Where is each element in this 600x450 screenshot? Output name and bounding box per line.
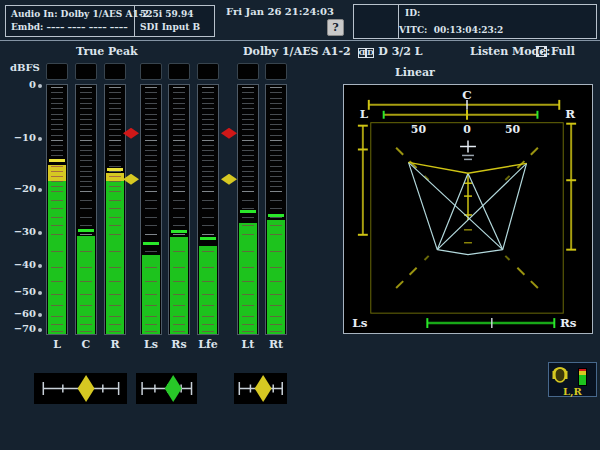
meter-tick xyxy=(173,87,185,88)
meter-tick xyxy=(51,114,63,115)
meter-tick xyxy=(145,225,157,226)
meter-tick xyxy=(109,145,121,146)
meter-tick xyxy=(202,316,214,317)
meter-tick xyxy=(173,217,185,218)
meter-tick xyxy=(145,200,157,201)
meter-tick xyxy=(51,281,63,282)
meter-tick xyxy=(173,324,185,325)
meter-tick xyxy=(51,234,63,235)
meter-scale-bullet xyxy=(38,137,42,141)
meter-tick xyxy=(109,129,121,130)
meter-tick xyxy=(80,181,92,182)
meter-tick xyxy=(51,124,63,125)
meter-tick xyxy=(145,331,157,332)
meter-tick xyxy=(145,305,157,306)
test-level-marker-yellow xyxy=(221,174,237,185)
meter-tick xyxy=(80,267,92,268)
meter-tick xyxy=(242,305,254,306)
meter-tick xyxy=(242,294,254,295)
diagonal-hatch-mark xyxy=(396,281,403,288)
meter-fill-green xyxy=(48,181,66,335)
meter-tick xyxy=(145,316,157,317)
surround-trace-line xyxy=(437,173,468,249)
meter-tick xyxy=(109,160,121,161)
meter-tick xyxy=(242,176,254,177)
meter-tick xyxy=(51,217,63,218)
meter-tick xyxy=(51,267,63,268)
peak-level-marker-red xyxy=(221,128,237,139)
meter-tick xyxy=(145,294,157,295)
meter-tick xyxy=(270,160,282,161)
meter-scale-bullet xyxy=(38,291,42,295)
meter-tick xyxy=(242,331,254,332)
help-button[interactable]: ? xyxy=(327,19,344,36)
over-indicator-lamp-Lfe xyxy=(197,63,219,80)
audio-pair-indicator-box: L,R xyxy=(548,362,597,397)
meter-tick xyxy=(51,155,63,156)
meter-tick xyxy=(109,281,121,282)
meter-tick xyxy=(51,145,63,146)
meter-tick xyxy=(109,305,121,306)
meter-tick xyxy=(242,155,254,156)
surround-label-ls: Ls xyxy=(352,316,367,330)
meter-tick xyxy=(270,281,282,282)
meter-tick xyxy=(173,331,185,332)
meter-tick xyxy=(270,150,282,151)
meter-tick xyxy=(270,305,282,306)
meter-tick xyxy=(145,191,157,192)
meter-bar-Lfe xyxy=(197,84,219,335)
meter-tick xyxy=(51,129,63,130)
meter-tick xyxy=(242,98,254,99)
meter-tick xyxy=(145,87,157,88)
meter-channel-label-Ls: Ls xyxy=(136,338,166,351)
meter-tick xyxy=(242,225,254,226)
meter-tick xyxy=(80,225,92,226)
meter-fill-green xyxy=(239,223,257,335)
meter-fill-green xyxy=(267,220,285,335)
surround-label-l: L xyxy=(360,107,369,121)
meter-tick xyxy=(51,103,63,104)
meter-tick xyxy=(242,186,254,187)
meter-tick xyxy=(173,181,185,182)
meter-tick xyxy=(270,155,282,156)
meter-tick xyxy=(270,316,282,317)
meter-scale-number: −70 xyxy=(6,323,36,334)
meter-tick xyxy=(242,108,254,109)
meter-tick xyxy=(270,181,282,182)
meter-tick xyxy=(145,98,157,99)
meter-scale-number: −20 xyxy=(6,183,36,194)
meter-tick xyxy=(242,171,254,172)
meter-tick xyxy=(173,150,185,151)
meter-tick xyxy=(80,92,92,93)
meter-scale-number: −10 xyxy=(6,132,36,143)
meter-tick xyxy=(173,225,185,226)
meter-tick xyxy=(51,251,63,252)
meter-tick xyxy=(270,114,282,115)
meter-tick xyxy=(145,217,157,218)
meter-tick xyxy=(51,92,63,93)
headphones-listener-icon xyxy=(551,365,571,385)
meter-tick xyxy=(51,331,63,332)
meter-tick xyxy=(51,108,63,109)
meter-tick xyxy=(173,200,185,201)
meter-tick xyxy=(109,166,121,167)
meter-tick xyxy=(51,150,63,151)
meter-scale-bullet xyxy=(38,231,42,235)
meter-tick xyxy=(109,331,121,332)
over-indicator-lamp-R xyxy=(104,63,126,80)
meter-tick xyxy=(145,324,157,325)
meter-tick xyxy=(202,124,214,125)
meter-tick xyxy=(202,191,214,192)
meter-tick xyxy=(202,200,214,201)
meter-tick xyxy=(109,124,121,125)
peak-hold-segment-Lfe xyxy=(200,237,216,240)
meter-tick xyxy=(202,331,214,332)
audio-input-status-box: Audio In: Dolby 1/AES A1-2 Embd: –––– ––… xyxy=(5,5,215,37)
meter-tick xyxy=(80,166,92,167)
meter-tick xyxy=(80,186,92,187)
meter-channel-label-Lfe: Lfe xyxy=(193,338,223,351)
meter-tick xyxy=(242,166,254,167)
meter-tick xyxy=(202,92,214,93)
meter-fill-green xyxy=(199,246,217,335)
meter-tick xyxy=(80,208,92,209)
